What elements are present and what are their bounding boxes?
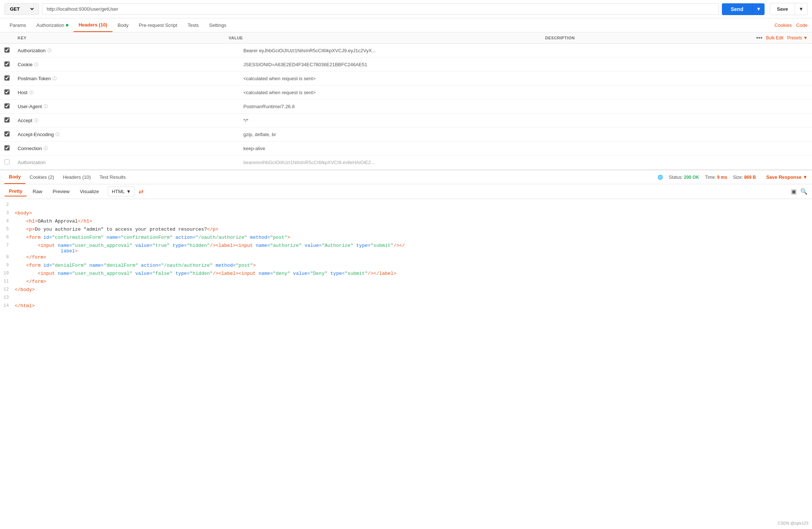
- checkbox-cell-2[interactable]: [4, 75, 18, 82]
- send-dropdown-arrow[interactable]: ▼: [752, 3, 765, 15]
- key-cell-2: Postman-Token ⓘ: [18, 76, 243, 81]
- url-input[interactable]: [42, 3, 719, 15]
- row-checkbox-5[interactable]: [4, 117, 10, 123]
- info-icon-3[interactable]: ⓘ: [29, 90, 33, 95]
- row-checkbox-1[interactable]: [4, 61, 10, 67]
- line-number: 8: [0, 255, 15, 260]
- view-raw-button[interactable]: Raw: [28, 187, 47, 196]
- value-cell-2: <calculated when request is sent>: [243, 73, 582, 84]
- checkbox-cell-5[interactable]: [4, 117, 18, 124]
- copy-icon[interactable]: ▣: [791, 188, 797, 195]
- line-number: 2: [0, 202, 15, 207]
- line-number: 7: [0, 243, 15, 248]
- row-checkbox-7[interactable]: [4, 145, 10, 150]
- globe-icon: 🌐: [658, 175, 663, 180]
- line-number: 6: [0, 235, 15, 240]
- row-checkbox-0[interactable]: [4, 47, 10, 53]
- tab-settings[interactable]: Settings: [204, 19, 232, 32]
- checkbox-cell-8[interactable]: [4, 159, 18, 166]
- response-tab-test-results[interactable]: Test Results: [95, 171, 130, 184]
- value-col-header: VALUE: [229, 36, 545, 40]
- response-status: 🌐 Status: 200 OK Time: 9 ms Size: 869 B …: [658, 171, 808, 183]
- info-icon-0[interactable]: ⓘ: [47, 48, 51, 53]
- wrap-icon[interactable]: ⇄: [139, 188, 143, 195]
- line-number: 3: [0, 210, 15, 216]
- response-tab-headers[interactable]: Headers (10): [58, 171, 95, 184]
- status-label: Status: 200 OK: [669, 175, 699, 180]
- presets-button[interactable]: Presets ▼: [787, 35, 808, 40]
- desc-col-header: DESCRIPTION: [545, 36, 756, 40]
- row-checkbox-8[interactable]: [4, 159, 10, 164]
- response-tab-body[interactable]: Body: [4, 170, 25, 184]
- save-response-button[interactable]: Save Response ▼: [766, 174, 808, 180]
- request-tabs: Params Authorization Headers (10) Body P…: [0, 18, 812, 32]
- value-cell-5: */*: [243, 115, 582, 126]
- cookies-link[interactable]: Cookies: [774, 22, 792, 28]
- tab-body[interactable]: Body: [113, 19, 134, 32]
- time-label: Time: 9 ms: [705, 175, 727, 180]
- method-selector[interactable]: GET POST PUT DELETE PATCH: [4, 3, 39, 15]
- send-button[interactable]: Send: [722, 3, 752, 15]
- tab-pre-request-script[interactable]: Pre-request Script: [133, 19, 182, 32]
- code-line-11: 11 </form>: [0, 278, 812, 287]
- checkbox-cell-6[interactable]: [4, 131, 18, 138]
- row-checkbox-3[interactable]: [4, 89, 10, 95]
- key-cell-8: Authorization: [18, 160, 243, 165]
- value-cell-7: keep-alive: [243, 143, 582, 154]
- more-options-icon[interactable]: •••: [756, 35, 762, 41]
- tab-authorization[interactable]: Authorization: [31, 19, 74, 32]
- actions-col-header: ••• Bulk Edit Presets ▼: [756, 35, 808, 41]
- value-cell-8: bearerevlhbGciOiIIUzI1NiIsInR5cCI6IkpXVC…: [243, 157, 582, 168]
- line-content: </body>: [15, 287, 812, 292]
- tab-headers[interactable]: Headers (10): [74, 18, 113, 32]
- line-number: 13: [0, 295, 15, 300]
- code-line-5: 5 <p>Do you authorize "admin" to access …: [0, 226, 812, 234]
- info-icon-2[interactable]: ⓘ: [53, 76, 57, 81]
- view-visualize-button[interactable]: Visualize: [75, 187, 103, 196]
- row-checkbox-6[interactable]: [4, 131, 10, 136]
- tab-params[interactable]: Params: [4, 19, 31, 32]
- save-button[interactable]: Save: [770, 3, 794, 15]
- line-content: <input name="user_oauth_approval" value=…: [15, 271, 812, 276]
- status-value: 200 OK: [684, 175, 699, 180]
- size-label: Size: 869 B: [733, 175, 756, 180]
- line-content: <input name="user_oauth_approval" value=…: [15, 243, 812, 254]
- code-bar-right: ▣ 🔍: [791, 188, 808, 195]
- top-bar: GET POST PUT DELETE PATCH Send ▼ Save ▼: [0, 0, 812, 18]
- line-content: <form id="denialForm" name="denialForm" …: [15, 263, 812, 268]
- info-icon-7[interactable]: ⓘ: [44, 146, 48, 151]
- row-checkbox-4[interactable]: [4, 103, 10, 109]
- line-number: 9: [0, 263, 15, 268]
- format-selector[interactable]: HTML ▼: [108, 187, 135, 196]
- response-bar: Body Cookies (2) Headers (10) Test Resul…: [0, 170, 812, 184]
- key-cell-1: Cookie ⓘ: [18, 62, 243, 67]
- info-icon-5[interactable]: ⓘ: [34, 118, 38, 123]
- save-dropdown-arrow[interactable]: ▼: [795, 3, 807, 15]
- value-cell-6: gzip, deflate, br: [243, 129, 582, 140]
- bulk-edit-button[interactable]: Bulk Edit: [766, 35, 783, 40]
- checkbox-cell-3[interactable]: [4, 89, 18, 96]
- checkbox-cell-0[interactable]: [4, 47, 18, 54]
- view-pretty-button[interactable]: Pretty: [4, 187, 27, 196]
- size-value: 869 B: [744, 175, 756, 180]
- info-icon-6[interactable]: ⓘ: [56, 132, 60, 137]
- search-icon[interactable]: 🔍: [800, 188, 808, 195]
- response-tab-cookies[interactable]: Cookies (2): [25, 171, 58, 184]
- line-content: <h1>OAuth Approval</h1>: [15, 219, 812, 224]
- row-checkbox-2[interactable]: [4, 75, 10, 81]
- send-button-group: Send ▼: [722, 3, 765, 15]
- code-link[interactable]: Code: [796, 22, 808, 28]
- tab-tests[interactable]: Tests: [182, 19, 204, 32]
- checkbox-cell-1[interactable]: [4, 61, 18, 68]
- header-row-0: Authorization ⓘ Bearer eyJhbGciOiJIUzI1N…: [0, 44, 812, 58]
- header-row-8: Authorization bearerevlhbGciOiIIUzI1NiIs…: [0, 156, 812, 170]
- checkbox-cell-4[interactable]: [4, 103, 18, 110]
- checkbox-cell-7[interactable]: [4, 145, 18, 152]
- method-dropdown[interactable]: GET POST PUT DELETE PATCH: [8, 6, 35, 12]
- line-content: </form>: [15, 279, 812, 284]
- header-row-1: Cookie ⓘ JSESSIONID=A63E2ED4F34EC78036E2…: [0, 58, 812, 72]
- top-right-links: Cookies Code: [774, 19, 808, 32]
- view-preview-button[interactable]: Preview: [48, 187, 74, 196]
- info-icon-4[interactable]: ⓘ: [44, 104, 48, 109]
- info-icon-1[interactable]: ⓘ: [34, 62, 38, 67]
